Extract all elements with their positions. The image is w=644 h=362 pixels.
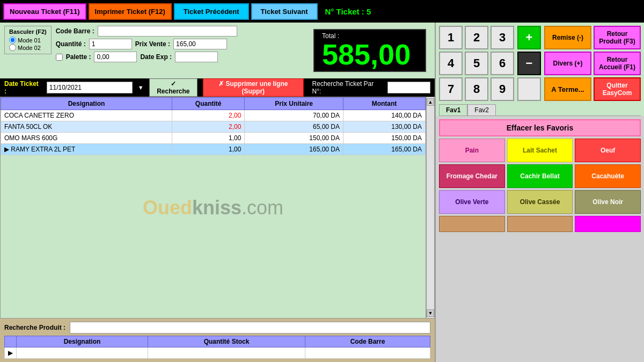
divers-button[interactable]: Divers (+) (544, 52, 591, 75)
fav-button[interactable]: Fromage Chedar (439, 164, 505, 188)
total-value: 585,00 (322, 40, 418, 69)
numpad-4[interactable]: 4 (439, 52, 463, 75)
fav-button[interactable]: Cacahuète (575, 164, 641, 188)
codebarre-input[interactable] (98, 26, 237, 37)
col-prod-designation: Designation (17, 336, 148, 347)
items-table: Designation Quantité Prix Unitaire Monta… (1, 97, 426, 155)
numpad-7[interactable]: 7 (439, 77, 463, 101)
recherche-ticket-input[interactable] (387, 82, 430, 93)
mode02-radio[interactable] (9, 44, 16, 51)
watermark: Ouedkniss.com (143, 197, 283, 219)
empty-key (517, 77, 541, 101)
table-row: ▶ (5, 347, 430, 359)
fav-button[interactable] (575, 216, 641, 232)
search-product-label: Recherche Produit : (4, 324, 65, 331)
fav-button[interactable]: Lait Sachet (507, 139, 573, 162)
fav-button[interactable]: Olive Noir (575, 190, 641, 214)
item-designation: COCA CANETTE ZERO (1, 110, 172, 121)
palette-checkbox[interactable] (56, 54, 63, 61)
fav-button[interactable] (439, 216, 505, 232)
ticket-number: N° Ticket : 5 (325, 7, 371, 16)
op-buttons: + − (517, 26, 541, 101)
table-row[interactable]: COCA CANETTE ZERO 2,00 70,00 DA 140,00 D… (1, 110, 426, 121)
item-prix: 70,00 DA (245, 110, 343, 121)
item-prix: 150,00 DA (245, 133, 343, 144)
a-terme-button[interactable]: A Terme... (544, 77, 591, 101)
numpad-5[interactable]: 5 (465, 52, 488, 75)
fav-grid: PainLait SachetOeufFromage ChedarCachir … (439, 139, 641, 232)
palette-input[interactable] (94, 52, 137, 62)
fav-tabs: Fav1 Fav2 (439, 104, 641, 116)
quantite-input[interactable] (89, 39, 132, 49)
palette-label: Palette : (66, 53, 91, 61)
table-row[interactable]: OMO MARS 600G 1,00 150,00 DA 150,00 DA (1, 133, 426, 144)
col-montant: Montant (343, 98, 426, 110)
effacer-favoris-button[interactable]: Effacer les Favoris (439, 119, 641, 136)
tab-fav2[interactable]: Fav2 (467, 104, 496, 115)
numpad-8[interactable]: 8 (465, 77, 488, 101)
item-montant: 165,00 DA (343, 144, 426, 155)
numpad-1[interactable]: 1 (439, 26, 463, 49)
date-ticket-label: Date Ticket : (4, 80, 41, 95)
item-designation: ▶ RAMY EXTRA 2L PET (1, 144, 172, 155)
numpad-9[interactable]: 9 (491, 77, 514, 101)
item-qty: 1,00 (172, 144, 245, 155)
ticket-suivant-button[interactable]: Ticket Suivant (251, 3, 318, 20)
item-montant: 140,00 DA (343, 110, 426, 121)
item-prix: 65,00 DA (245, 121, 343, 133)
supprimer-ligne-button[interactable]: ✗ Supprimer une ligne (Suppr) (203, 78, 304, 97)
col-designation: Designation (1, 98, 172, 110)
col-prod-codebarre: Code Barre (305, 336, 430, 347)
fav-button[interactable]: Pain (439, 139, 505, 162)
nouveau-ticket-button[interactable]: Nouveau Ticket (F11) (3, 3, 86, 20)
numpad-6[interactable]: 6 (491, 52, 514, 75)
search-product-area: Recherche Produit : Designation Quantité… (0, 318, 435, 362)
item-montant: 130,00 DA (343, 121, 426, 133)
recherche-ticket-label: Recherche Ticket Par N°: (312, 80, 382, 95)
fav-button[interactable]: Olive Cassée (507, 190, 573, 214)
mode02-radio-row[interactable]: Mode 02 (9, 44, 47, 51)
item-qty: 2,00 (172, 110, 245, 121)
table-scrollbar[interactable]: ▲ ▼ (426, 97, 435, 318)
date-ticket-input[interactable] (47, 82, 133, 93)
quitter-button[interactable]: Quitter EasyCom (594, 77, 641, 101)
item-qty: 1,00 (172, 133, 245, 144)
mode01-radio-row[interactable]: Mode 01 (9, 37, 47, 44)
dateexp-label: Date Exp : (140, 53, 172, 61)
numpad-3[interactable]: 3 (491, 26, 514, 49)
retour-accueil-button[interactable]: Retour Accueil (F1) (594, 52, 641, 75)
remise-button[interactable]: Remise (-) (544, 26, 591, 49)
numpad-2[interactable]: 2 (465, 26, 488, 49)
fav-button[interactable] (507, 216, 573, 232)
table-row[interactable]: FANTA 50CL OK 2,00 65,00 DA 130,00 DA (1, 121, 426, 133)
item-qty: 2,00 (172, 121, 245, 133)
dateexp-input[interactable] (175, 52, 218, 62)
basculer-label: Basculer (F2) (9, 28, 47, 35)
mode02-label: Mode 02 (18, 45, 41, 51)
item-montant: 150,00 DA (343, 133, 426, 144)
fav-button[interactable]: Olive Verte (439, 190, 505, 214)
search-product-input[interactable] (70, 322, 430, 334)
prixvente-input[interactable] (173, 39, 227, 49)
recherche-button[interactable]: ✓ Recherche (149, 78, 197, 97)
table-row[interactable]: ▶ RAMY EXTRA 2L PET 1,00 165,00 DA 165,0… (1, 144, 426, 155)
fav-button[interactable]: Oeuf (575, 139, 641, 162)
item-designation: OMO MARS 600G (1, 133, 172, 144)
scroll-up-button[interactable]: ▲ (427, 98, 434, 106)
retour-produit-button[interactable]: Retour Produit (F3) (594, 26, 641, 49)
minus-button[interactable]: − (517, 52, 541, 75)
numpad-area: 1 2 3 4 5 6 7 8 9 + − Remise (-) (436, 23, 644, 104)
imprimer-ticket-button[interactable]: Imprimer Ticket (F12) (89, 3, 172, 20)
basculer-box: Basculer (F2) Mode 01 Mode 02 (4, 26, 52, 54)
prod-designation-cell (17, 347, 148, 359)
scroll-down-button[interactable]: ▼ (427, 309, 434, 317)
tab-fav1[interactable]: Fav1 (439, 104, 467, 115)
mode01-radio[interactable] (9, 37, 16, 44)
fav-button[interactable]: Cachir Bellat (507, 164, 573, 188)
favoris-area: Effacer les Favoris PainLait SachetOeufF… (436, 116, 644, 362)
plus-button[interactable]: + (517, 26, 541, 49)
prixvente-label: Prix Vente : (135, 40, 170, 48)
col-quantite: Quantité (172, 98, 245, 110)
ticket-precedent-button[interactable]: Ticket Précédent (174, 3, 249, 20)
total-display: Total : 585,00 (313, 29, 426, 72)
